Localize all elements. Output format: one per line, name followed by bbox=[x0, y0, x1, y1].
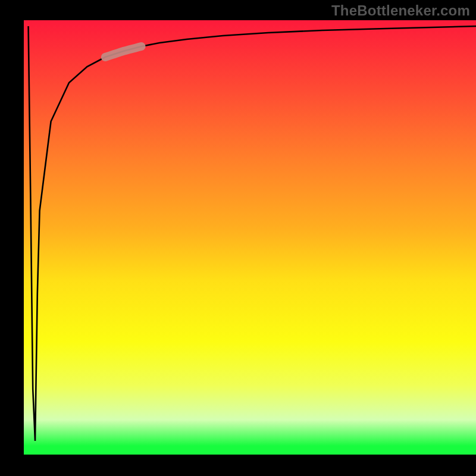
main-curve-path bbox=[29, 26, 476, 441]
curve-svg bbox=[24, 20, 476, 455]
watermark-text: TheBottleneker.com bbox=[331, 2, 470, 19]
highlight-segment bbox=[105, 46, 142, 57]
plot-area bbox=[24, 20, 476, 455]
chart-frame: TheBottleneker.com bbox=[0, 0, 476, 476]
